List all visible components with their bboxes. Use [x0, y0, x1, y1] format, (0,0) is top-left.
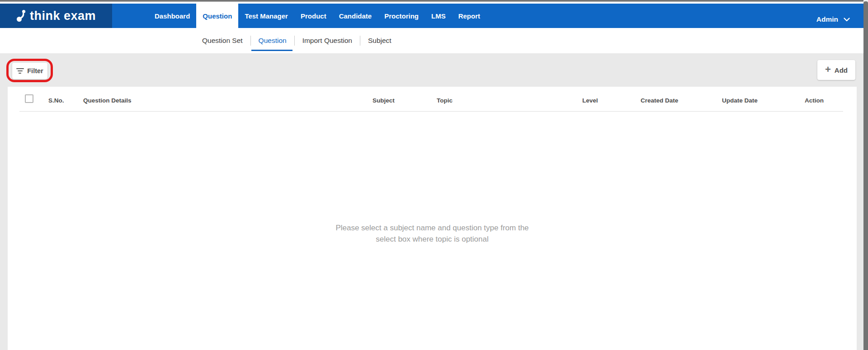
add-button[interactable]: + Add [817, 60, 855, 80]
main-nav-items: Dashboard Question Test Manager Product … [148, 4, 486, 28]
nav-item-candidate[interactable]: Candidate [333, 4, 378, 28]
select-all-checkbox[interactable] [25, 94, 33, 103]
column-header-sno: S.No. [48, 97, 64, 104]
subnav-item-question[interactable]: Question [251, 28, 294, 53]
empty-state-line2: select box where topic is optional [8, 233, 857, 245]
column-header-action: Action [805, 97, 824, 104]
question-subnav: Question Set Question Import Question Su… [0, 28, 863, 53]
scrollbar-thumb[interactable] [863, 1, 868, 350]
nav-item-lms[interactable]: LMS [425, 4, 452, 28]
column-header-topic: Topic [437, 97, 453, 104]
table-header-row: S.No. Question Details Subject Topic Lev… [8, 87, 857, 111]
header-divider [19, 111, 843, 112]
column-header-level: Level [582, 97, 598, 104]
active-tab-underline [251, 50, 292, 51]
nav-item-question[interactable]: Question [196, 4, 238, 28]
column-header-subject: Subject [373, 97, 395, 104]
main-navbar: think exam Dashboard Question Test Manag… [0, 4, 863, 28]
column-header-question-details: Question Details [83, 97, 132, 104]
column-header-created-date: Created Date [641, 97, 678, 104]
subnav-item-question-set[interactable]: Question Set [194, 28, 250, 53]
brand-logo[interactable]: think exam [0, 4, 112, 28]
nav-item-proctoring[interactable]: Proctoring [378, 4, 425, 28]
vertical-scrollbar[interactable] [863, 0, 868, 350]
chevron-down-icon [844, 18, 850, 22]
app-window: think exam Dashboard Question Test Manag… [0, 0, 868, 350]
empty-state-message: Please select a subject name and questio… [8, 222, 857, 245]
subnav-item-subject[interactable]: Subject [360, 28, 399, 53]
question-table-card: S.No. Question Details Subject Topic Lev… [8, 87, 857, 350]
subnav-list: Question Set Question Import Question Su… [194, 28, 399, 53]
nav-item-product[interactable]: Product [294, 4, 333, 28]
nav-item-report[interactable]: Report [452, 4, 486, 28]
nav-item-dashboard[interactable]: Dashboard [148, 4, 196, 28]
column-header-update-date: Update Date [722, 97, 758, 104]
nav-item-test-manager[interactable]: Test Manager [238, 4, 294, 28]
subnav-item-question-label: Question [259, 37, 287, 45]
brand-name: think exam [30, 9, 96, 23]
empty-state-line1: Please select a subject name and questio… [8, 222, 857, 233]
annotation-highlight-red-ring [6, 59, 53, 82]
plus-icon: + [825, 65, 831, 75]
add-button-label: Add [835, 66, 848, 74]
admin-user-label: Admin [816, 15, 838, 23]
music-note-icon [16, 9, 26, 23]
window-top-border [0, 0, 865, 1]
subnav-item-import-question[interactable]: Import Question [295, 28, 360, 53]
